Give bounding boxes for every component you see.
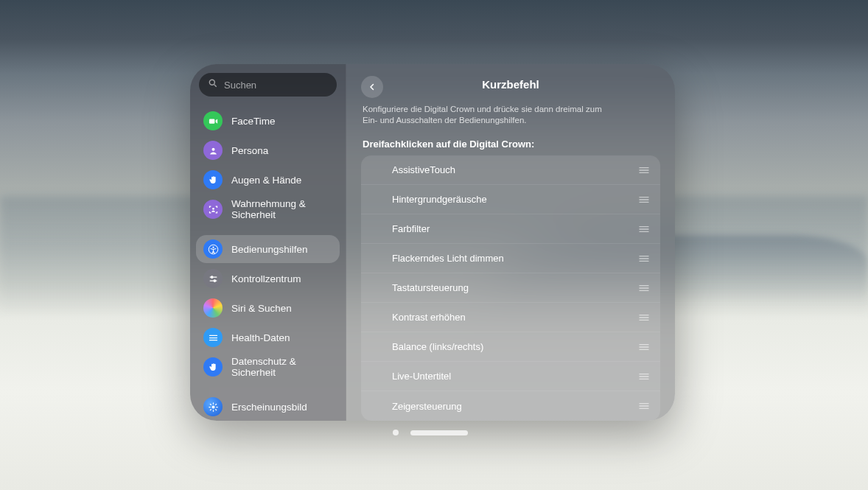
sidebar-item-label: Persona xyxy=(231,145,268,156)
sidebar-item-facetime[interactable]: FaceTime xyxy=(196,107,340,135)
accessibility-icon xyxy=(203,239,223,259)
sidebar-item-label: Health-Daten xyxy=(231,332,290,343)
hand-icon xyxy=(203,170,223,189)
sidebar-item-label: Wahrnehmung & Sicherheit xyxy=(231,198,332,220)
option-row[interactable]: AssistiveTouch xyxy=(361,155,660,185)
option-row[interactable]: Hintergrundgeräusche xyxy=(361,185,660,214)
sidebar-item-siri[interactable]: Siri & Suchen xyxy=(196,294,340,322)
option-row[interactable]: Balance (links/rechts) xyxy=(361,332,660,362)
option-label: Live-Untertitel xyxy=(392,371,638,382)
option-label: Farbfilter xyxy=(392,223,638,234)
search-field[interactable] xyxy=(199,73,337,97)
indicator-bar xyxy=(410,430,468,435)
page-title: Kurzbefehl xyxy=(482,78,539,91)
svg-point-0 xyxy=(209,80,214,85)
option-label: Hintergrundgeräusche xyxy=(392,194,638,205)
video-icon xyxy=(203,111,223,130)
settings-window: FaceTime Persona Augen & Hände Wahrnehmu… xyxy=(190,64,675,421)
sidebar-item-appearance[interactable]: Erscheinungsbild xyxy=(196,393,340,421)
reorder-handle-icon[interactable] xyxy=(638,343,650,351)
sidebar-item-accessibility[interactable]: Bedienungshilfen xyxy=(196,235,340,263)
option-label: AssistiveTouch xyxy=(392,164,638,175)
sidebar-item-label: Erscheinungsbild xyxy=(231,402,307,413)
hand-raised-icon xyxy=(203,357,223,377)
back-button[interactable] xyxy=(361,76,383,98)
svg-point-11 xyxy=(211,405,214,408)
reorder-handle-icon[interactable] xyxy=(638,372,650,381)
reorder-handle-icon[interactable] xyxy=(638,402,650,410)
person-icon xyxy=(203,141,223,160)
home-indicator[interactable] xyxy=(393,430,468,435)
sidebar-item-persona[interactable]: Persona xyxy=(196,136,340,164)
reorder-handle-icon[interactable] xyxy=(638,254,650,263)
sidebar-item-control-center[interactable]: Kontrollzentrum xyxy=(196,265,340,293)
svg-rect-2 xyxy=(209,119,214,123)
svg-line-18 xyxy=(210,409,211,410)
person-frame-icon xyxy=(203,200,223,219)
reorder-handle-icon[interactable] xyxy=(638,225,650,234)
option-label: Flackerndes Licht dimmen xyxy=(392,253,638,264)
sidebar-item-label: Augen & Hände xyxy=(231,175,301,186)
shortcut-options-list: AssistiveTouch Hintergrundgeräusche Farb… xyxy=(361,155,660,421)
svg-point-4 xyxy=(212,207,214,209)
siri-icon xyxy=(203,298,223,318)
svg-point-3 xyxy=(211,147,214,150)
indicator-dot xyxy=(393,430,399,435)
option-label: Tastatursteuerung xyxy=(392,282,638,293)
option-label: Kontrast erhöhen xyxy=(392,312,638,323)
search-input[interactable] xyxy=(224,80,346,91)
svg-line-19 xyxy=(215,404,216,405)
sliders-icon xyxy=(203,269,223,288)
reorder-handle-icon[interactable] xyxy=(638,313,650,322)
sidebar-item-label: Siri & Suchen xyxy=(231,303,292,314)
sidebar-item-privacy[interactable]: Datenschutz & Sicherheit xyxy=(196,353,340,381)
sidebar-item-eyes-hands[interactable]: Augen & Hände xyxy=(196,166,340,194)
sidebar: FaceTime Persona Augen & Hände Wahrnehmu… xyxy=(190,64,346,421)
option-row[interactable]: Farbfilter xyxy=(361,214,660,244)
option-row[interactable]: Kontrast erhöhen xyxy=(361,303,660,332)
reorder-handle-icon[interactable] xyxy=(638,284,650,293)
svg-line-1 xyxy=(214,85,217,87)
health-icon xyxy=(203,328,223,347)
option-label: Balance (links/rechts) xyxy=(392,341,638,352)
sidebar-nav: FaceTime Persona Augen & Hände Wahrnehmu… xyxy=(196,107,340,421)
main-panel: Kurzbefehl Konfiguriere die Digital Crow… xyxy=(346,64,675,421)
sidebar-item-label: Kontrollzentrum xyxy=(231,273,301,284)
option-row[interactable]: Flackerndes Licht dimmen xyxy=(361,244,660,273)
page-subtitle: Konfiguriere die Digital Crown und drück… xyxy=(363,104,613,127)
sidebar-item-label: Datenschutz & Sicherheit xyxy=(231,356,332,378)
option-row[interactable]: Tastatursteuerung xyxy=(361,273,660,303)
sidebar-item-health[interactable]: Health-Daten xyxy=(196,323,340,351)
sidebar-item-label: Bedienungshilfen xyxy=(231,244,308,255)
sidebar-item-label: FaceTime xyxy=(231,116,276,127)
option-label: Zeigersteuerung xyxy=(392,401,638,412)
reorder-handle-icon[interactable] xyxy=(638,195,650,204)
svg-line-17 xyxy=(215,409,216,410)
svg-point-6 xyxy=(212,246,214,248)
brightness-icon xyxy=(203,397,223,416)
search-icon xyxy=(208,78,224,91)
detail-header: Kurzbefehl xyxy=(361,74,660,95)
reorder-handle-icon[interactable] xyxy=(638,166,650,175)
section-label: Dreifachklicken auf die Digital Crown: xyxy=(363,139,659,150)
sidebar-item-awareness[interactable]: Wahrnehmung & Sicherheit xyxy=(196,195,340,223)
svg-point-8 xyxy=(211,276,213,278)
option-row[interactable]: Live-Untertitel xyxy=(361,362,660,391)
svg-point-10 xyxy=(214,279,216,281)
option-row[interactable]: Zeigersteuerung xyxy=(361,391,660,421)
svg-line-16 xyxy=(210,404,211,405)
